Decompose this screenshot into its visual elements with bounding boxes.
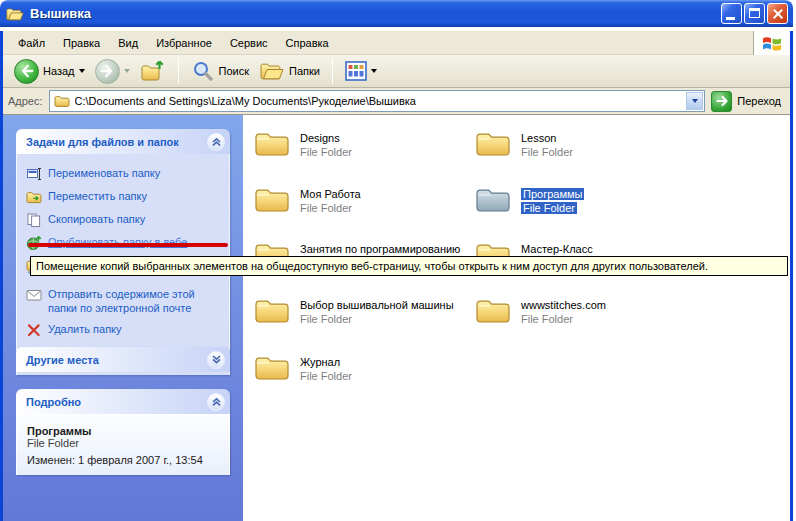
task-delete-folder[interactable]: Удалить папку [26, 322, 225, 338]
file-tile[interactable]: Выбор вышивальной машиныFile Folder [254, 295, 454, 326]
file-tile[interactable]: Моя РаботаFile Folder [254, 184, 361, 215]
details-box: Подробно Программы File Folder Изменен: … [16, 389, 230, 475]
file-name: wwwstitches.com [521, 298, 606, 312]
menu-file[interactable]: Файл [9, 33, 54, 53]
tasks-box: Задачи для файлов и папок Переименовать … [16, 129, 230, 351]
tasks-title: Задачи для файлов и папок [26, 136, 207, 148]
folder-icon [254, 295, 290, 325]
task-label: Переименовать папку [48, 166, 206, 180]
views-icon [345, 61, 367, 81]
search-icon [191, 59, 215, 83]
folders-icon [259, 59, 285, 83]
file-name: Lesson [521, 131, 573, 145]
other-places-title: Другие места [26, 354, 207, 366]
details-title: Подробно [26, 396, 207, 408]
address-bar: Адрес: C:\Documents and Settings\Liza\My… [3, 88, 790, 115]
address-value[interactable]: C:\Documents and Settings\Liza\My Docume… [75, 95, 416, 107]
menu-bar: Файл Правка Вид Избранное Сервис Справка [3, 31, 790, 55]
up-button[interactable] [137, 57, 169, 85]
file-tile-selected[interactable]: ПрограммыFile Folder [475, 184, 584, 215]
file-type: File Folder [300, 312, 454, 326]
file-name: Занятия по программированию [300, 242, 460, 256]
details-item-modified: Изменен: 1 февраля 2007 г., 13:54 [27, 454, 219, 466]
task-email-folder[interactable]: Отправить содержимое этой папки по элект… [26, 287, 225, 315]
go-arrow-icon [711, 91, 732, 112]
views-dropdown-caret[interactable] [371, 69, 377, 73]
other-places-box: Другие места [16, 347, 230, 375]
back-icon [14, 59, 39, 84]
other-places-header[interactable]: Другие места [16, 347, 230, 372]
up-folder-icon [140, 58, 166, 84]
task-pane: Задачи для файлов и папок Переименовать … [3, 115, 243, 521]
file-tile[interactable]: ЖурналFile Folder [254, 352, 352, 383]
chevron-up-icon [211, 136, 222, 147]
window-border-right [790, 31, 793, 521]
title-bar[interactable]: Вышивка [0, 0, 793, 27]
search-button[interactable]: Поиск [188, 58, 252, 84]
chevron-up-icon [211, 396, 222, 407]
address-combo[interactable]: C:\Documents and Settings\Liza\My Docume… [49, 90, 706, 112]
file-tile[interactable]: DesignsFile Folder [254, 128, 352, 159]
address-label: Адрес: [8, 95, 43, 107]
windows-flag-icon [762, 35, 782, 52]
menu-edit[interactable]: Правка [54, 33, 109, 53]
folders-button[interactable]: Папки [256, 58, 323, 84]
task-rename-folder[interactable]: Переименовать папку [26, 166, 225, 182]
file-type: File Folder [521, 145, 573, 159]
go-label: Переход [737, 95, 781, 107]
go-button[interactable]: Переход [711, 91, 785, 112]
task-label: Переместить папку [48, 189, 206, 203]
maximize-button[interactable] [744, 3, 765, 24]
chevron-down-icon [211, 354, 222, 365]
forward-icon [95, 59, 120, 84]
red-underline-annotation [28, 243, 228, 247]
file-tile[interactable]: LessonFile Folder [475, 128, 573, 159]
details-item-name: Программы [27, 425, 219, 437]
window-folder-icon [5, 5, 25, 23]
copy-folder-icon [26, 212, 42, 228]
menu-view[interactable]: Вид [109, 33, 147, 53]
chevron-down-icon [692, 99, 698, 103]
file-type: File Folder [300, 145, 352, 159]
address-dropdown-button[interactable] [686, 92, 703, 110]
expand-button[interactable] [207, 351, 225, 369]
file-name: Мастер-Класс [521, 242, 593, 256]
folder-icon [254, 184, 290, 214]
tasks-header[interactable]: Задачи для файлов и папок [16, 129, 230, 154]
toolbar-separator-2 [332, 58, 333, 84]
folder-icon [475, 295, 511, 325]
close-button[interactable] [767, 3, 788, 24]
task-move-folder[interactable]: Переместить папку [26, 189, 225, 205]
collapse-button[interactable] [207, 133, 225, 151]
explorer-window: Вышивка Файл Правка Вид Избранное Сервис… [0, 0, 796, 521]
back-button[interactable]: Назад [11, 58, 88, 85]
file-name: Программы [521, 187, 584, 201]
details-header[interactable]: Подробно [16, 389, 230, 414]
file-tile[interactable]: wwwstitches.comFile Folder [475, 295, 606, 326]
forward-button[interactable] [92, 58, 133, 85]
move-folder-icon [26, 189, 42, 205]
toolbar-separator [178, 58, 179, 84]
minimize-button[interactable] [721, 3, 742, 24]
folder-icon [475, 128, 511, 158]
toolbar: Назад Поиск [3, 55, 790, 88]
collapse-button[interactable] [207, 393, 225, 411]
menu-tools[interactable]: Сервис [221, 33, 277, 53]
folder-icon [254, 128, 290, 158]
file-type: File Folder [300, 369, 352, 383]
folder-icon [475, 184, 511, 214]
task-label: Скопировать папку [48, 212, 206, 226]
folder-icon [254, 352, 290, 382]
back-dropdown-caret[interactable] [79, 69, 85, 73]
delete-icon [26, 322, 42, 338]
task-copy-folder[interactable]: Скопировать папку [26, 212, 225, 228]
details-item-type: File Folder [27, 437, 219, 449]
file-type: File Folder [521, 312, 606, 326]
menu-favorites[interactable]: Избранное [147, 33, 221, 53]
file-type: File Folder [521, 201, 584, 215]
menu-help[interactable]: Справка [277, 33, 338, 53]
views-button[interactable] [342, 60, 380, 82]
rename-icon [26, 166, 42, 182]
email-icon [26, 287, 42, 303]
window-title: Вышивка [30, 6, 91, 21]
